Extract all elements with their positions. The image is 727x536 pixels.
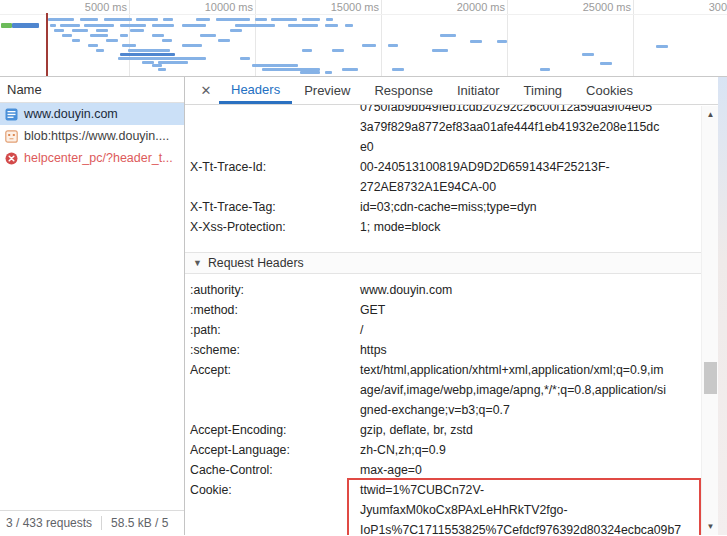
waterfall-bar [12, 23, 39, 28]
waterfall-bar [152, 64, 162, 67]
waterfall-bar [362, 44, 376, 47]
waterfall-bar [54, 29, 64, 32]
header-name: :scheme: [190, 340, 360, 360]
waterfall-bar [158, 61, 188, 64]
transfer-size: 58.5 kB / 5 [111, 516, 168, 530]
waterfall-bar [325, 24, 338, 27]
header-row: Accept-Encoding:gzip, deflate, br, zstd [190, 420, 727, 440]
scrollbar-thumb[interactable] [704, 362, 717, 394]
waterfall-bar [600, 62, 612, 65]
header-value-line: IoP1s%7C1711553825%7Cefdcf976392d80324ec… [360, 520, 697, 535]
tab-preview[interactable]: Preview [292, 77, 362, 104]
ruler-tick-label: 5000 ms [85, 1, 127, 13]
header-value: id=03;cdn-cache=miss;type=dyn [360, 197, 701, 217]
waterfall-bar [325, 71, 332, 74]
waterfall-bar [302, 18, 320, 21]
header-name: Cookie: [190, 480, 360, 535]
header-value-line: gned-exchange;v=b3;q=0.7 [360, 400, 701, 420]
timeline-gridline [129, 0, 130, 76]
header-value: GET [360, 300, 701, 320]
waterfall-bar [1, 23, 12, 28]
header-value-line: age/avif,image/webp,image/apng,*/*;q=0.8… [360, 380, 701, 400]
request-headers-rows: :authority:www.douyin.com:method:GET:pat… [190, 280, 727, 535]
waterfall-bar [48, 18, 74, 21]
header-value: 0750fab9bb49feb1cdb20292c26c00f12a59da9f… [360, 105, 701, 157]
header-name: X-Tt-Trace-Tag: [190, 197, 360, 217]
header-value-line: 1; mode=block [360, 217, 701, 237]
tab-initiator[interactable]: Initiator [445, 77, 512, 104]
waterfall-bar [235, 24, 275, 27]
request-headers-section-toggle[interactable]: ▼ Request Headers [185, 252, 727, 274]
waterfall-bar [158, 68, 166, 71]
tab-cookies[interactable]: Cookies [574, 77, 645, 104]
waterfall-bar [50, 24, 56, 27]
waterfall-bar [440, 34, 456, 37]
media-icon [5, 130, 18, 143]
waterfall-bar [216, 18, 250, 21]
scroll-up-icon[interactable]: ▲ [702, 106, 719, 123]
network-overview-timeline[interactable]: 5000 ms10000 ms15000 ms20000 ms25000 ms3… [0, 0, 727, 77]
header-row: Cookie:ttwid=1%7CUBCn72V-JyumfaxM0koCx8P… [190, 480, 727, 535]
request-row[interactable]: www.douyin.com [0, 103, 184, 125]
waterfall-bar [104, 18, 132, 21]
request-row[interactable]: blob:https://www.douyin.... [0, 125, 184, 147]
header-value: zh-CN,zh;q=0.9 [360, 440, 701, 460]
waterfall-bar [326, 18, 333, 21]
waterfall-bar [96, 49, 104, 52]
window-edge [718, 77, 727, 535]
ruler-tick-label: 10000 ms [205, 1, 253, 13]
header-row: X-Tt-Trace-Id:00-240513100819AD9D2D65914… [190, 157, 727, 197]
header-value: 1; mode=block [360, 217, 701, 237]
header-row: :authority:www.douyin.com [190, 280, 727, 300]
summary-bar: 3 / 433 requests 58.5 kB / 5 [0, 510, 184, 535]
request-label: blob:https://www.douyin.... [24, 129, 169, 143]
header-value: https [360, 340, 701, 360]
waterfall-bar [300, 71, 320, 74]
tab-timing[interactable]: Timing [512, 77, 575, 104]
ruler-divider [0, 14, 727, 15]
waterfall-bar [136, 18, 158, 21]
header-name: :method: [190, 300, 360, 320]
waterfall-bar [656, 45, 668, 48]
document-icon [5, 108, 18, 121]
timeline-gridline [633, 0, 634, 76]
waterfall-bar [72, 29, 88, 32]
header-value: 00-240513100819AD9D2D6591434F25213F-272A… [360, 157, 701, 197]
ruler-tick-label: 25000 ms [583, 1, 631, 13]
waterfall-bar [152, 34, 164, 37]
header-name: X-Tt-Trace-Id: [190, 157, 360, 197]
header-value: ttwid=1%7CUBCn72V-JyumfaxM0koCx8PAxLeHhR… [360, 480, 701, 535]
request-row[interactable]: helpcenter_pc/?header_t... [0, 147, 184, 169]
header-name: Cache-Control: [190, 460, 360, 480]
scrollbar[interactable]: ▲ ▼ [701, 106, 718, 535]
header-value-line: 0750fab9bb49feb1cdb20292c26c00f12a59da9f… [360, 105, 701, 117]
header-value: max-age=0 [360, 460, 701, 480]
header-name [190, 105, 360, 157]
tab-response[interactable]: Response [362, 77, 445, 104]
header-value: gzip, deflate, br, zstd [360, 420, 701, 440]
scroll-down-icon[interactable]: ▼ [702, 518, 719, 535]
waterfall-bar [90, 34, 108, 37]
header-row: :method:GET [190, 300, 727, 320]
header-row: :path:/ [190, 320, 727, 340]
timeline-gridline [507, 0, 508, 76]
waterfall-bar [582, 53, 594, 56]
tab-headers[interactable]: Headers [219, 77, 292, 104]
load-event-line [46, 13, 48, 76]
waterfall-bar [182, 24, 206, 27]
header-value-line: 3a79f829a8772ef83aa01afe444f1eb41932e208… [360, 117, 701, 137]
collapse-triangle-icon: ▼ [193, 253, 202, 274]
waterfall-bar [271, 18, 297, 21]
header-row: :scheme:https [190, 340, 727, 360]
header-name: Accept-Language: [190, 440, 360, 460]
request-list-panel: Name www.douyin.comblob:https://www.douy… [0, 77, 185, 535]
waterfall-bar [342, 68, 358, 71]
waterfall-bar [80, 18, 98, 21]
header-value-line: id=03;cdn-cache=miss;type=dyn [360, 197, 701, 217]
section-title: Request Headers [208, 253, 304, 274]
headers-content[interactable]: 0750fab9bb49feb1cdb20292c26c00f12a59da9f… [185, 105, 727, 535]
close-icon[interactable]: ✕ [193, 77, 219, 104]
column-header-name[interactable]: Name [0, 77, 184, 103]
waterfall-bar [388, 44, 398, 47]
waterfall-bar [96, 29, 108, 32]
